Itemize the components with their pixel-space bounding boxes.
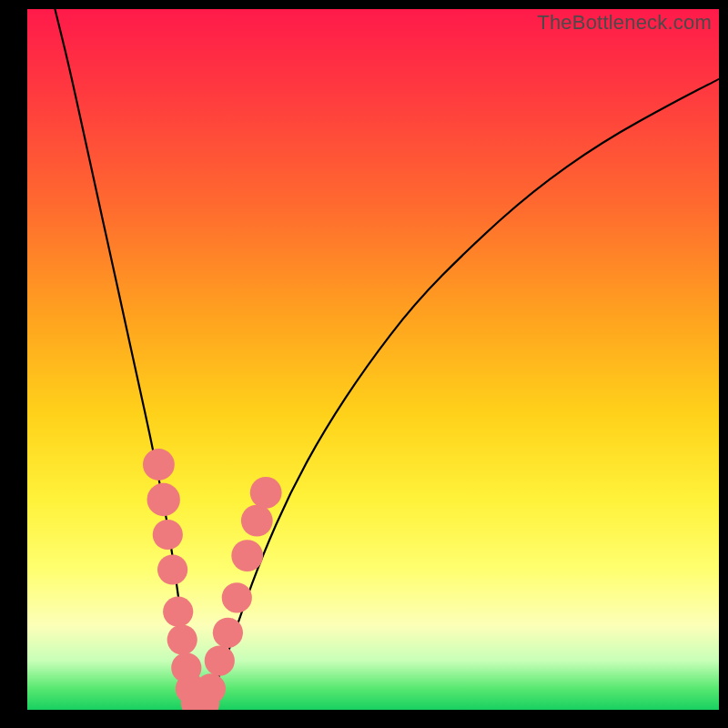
marker-bead xyxy=(147,483,180,516)
marker-bead xyxy=(250,477,282,509)
marker-bead xyxy=(241,505,273,537)
bottleneck-curve xyxy=(55,9,719,706)
chart-frame: TheBottleneck.com xyxy=(0,0,728,728)
curve-svg xyxy=(27,9,719,710)
marker-bead xyxy=(167,624,197,654)
marker-bead xyxy=(205,646,235,676)
marker-bead xyxy=(231,540,263,571)
plot-area: TheBottleneck.com xyxy=(27,9,719,710)
marker-bead xyxy=(213,618,243,648)
marker-bead xyxy=(157,554,187,584)
marker-bead xyxy=(222,582,252,612)
marker-bead xyxy=(196,673,226,703)
marker-bead xyxy=(143,449,175,480)
marker-beads xyxy=(143,449,282,710)
marker-bead xyxy=(153,520,183,550)
marker-bead xyxy=(163,597,193,627)
